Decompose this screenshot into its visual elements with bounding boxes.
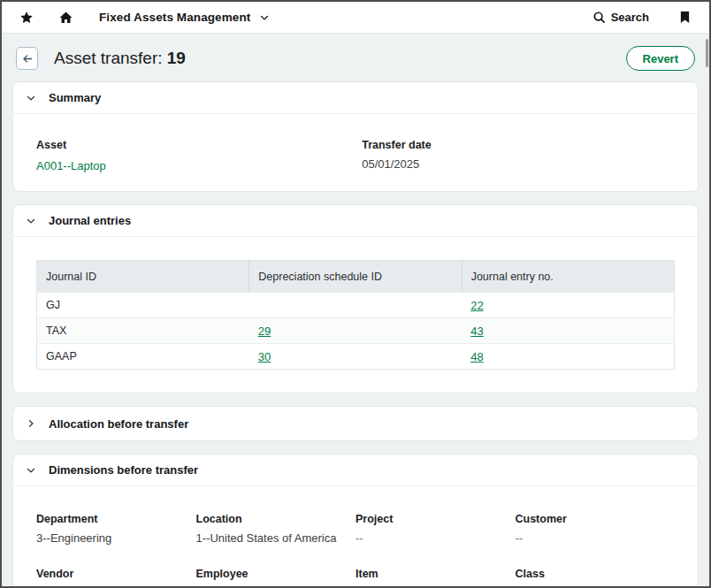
page-content: Asset transfer: 19 Revert Summary Asset … (2, 34, 709, 588)
dimensions-section-header[interactable]: Dimensions before transfer (13, 454, 698, 485)
home-icon[interactable] (53, 5, 78, 30)
app-window: Fixed Assets Management Search Asset tra… (0, 0, 711, 588)
top-navigation-bar: Fixed Assets Management Search (2, 2, 709, 34)
journal-entry-link[interactable]: 22 (470, 299, 483, 312)
customer-label: Customer (516, 513, 676, 525)
dep-schedule-link[interactable]: 30 (258, 350, 271, 363)
dep-schedule-cell: 30 (249, 344, 462, 370)
journal-id-cell: GJ (37, 293, 249, 318)
dimensions-section: Dimensions before transfer Department 3-… (12, 454, 699, 588)
transfer-date-field: Transfer date 05/01/2025 (362, 139, 675, 173)
employee-field: Employee 2345--Johnson (196, 568, 356, 588)
dep-schedule-cell (249, 293, 462, 318)
search-label: Search (611, 11, 649, 24)
journal-id-cell: TAX (37, 318, 249, 344)
project-value: -- (356, 531, 516, 545)
dep-schedule-link[interactable]: 29 (258, 325, 271, 338)
location-label: Location (196, 513, 356, 525)
dimensions-body: Department 3--Engineering Location 1--Un… (13, 486, 698, 588)
journal-entries-body: Journal ID Depreciation schedule ID Jour… (13, 237, 698, 393)
dep-schedule-cell: 29 (249, 318, 462, 344)
department-field: Department 3--Engineering (36, 513, 196, 568)
chevron-right-icon (26, 418, 36, 429)
chevron-down-icon (26, 216, 36, 226)
customer-value: -- (516, 531, 676, 545)
transfer-date-label: Transfer date (362, 139, 675, 151)
vendor-field: Vendor -- (36, 568, 196, 588)
arrow-left-icon (21, 53, 34, 65)
asset-label: Asset (36, 139, 362, 151)
journal-entries-section: Journal entries Journal ID Depreciation … (12, 204, 699, 393)
column-header-journal-entry-no[interactable]: Journal entry no. (462, 261, 674, 293)
customer-field: Customer -- (516, 513, 676, 568)
bookmark-icon[interactable] (672, 5, 697, 30)
app-switcher-menu[interactable]: Fixed Assets Management (99, 11, 270, 24)
journal-entry-link[interactable]: 43 (470, 325, 483, 338)
chevron-down-icon (259, 12, 270, 23)
column-header-journal-id[interactable]: Journal ID (37, 261, 249, 293)
department-label: Department (36, 513, 196, 525)
table-header-row: Journal ID Depreciation schedule ID Jour… (37, 261, 675, 293)
location-value: 1--United States of America (196, 531, 356, 545)
app-menu-label: Fixed Assets Management (99, 11, 250, 24)
journal-entries-table: Journal ID Depreciation schedule ID Jour… (36, 260, 675, 370)
vertical-scrollbar[interactable] (706, 39, 708, 67)
employee-label: Employee (196, 568, 356, 580)
column-header-depreciation-schedule-id[interactable]: Depreciation schedule ID (249, 261, 462, 293)
class-field: Class -- (516, 568, 676, 588)
page-title: Asset transfer: 19 (54, 49, 186, 68)
summary-body: Asset A001--Laptop Transfer date 05/01/2… (13, 114, 698, 191)
journal-entry-cell: 48 (462, 344, 674, 370)
back-button[interactable] (16, 47, 38, 70)
project-label: Project (356, 513, 516, 525)
summary-section-title: Summary (49, 91, 101, 104)
asset-field: Asset A001--Laptop (36, 139, 362, 173)
table-row: GAAP 30 48 (37, 344, 675, 370)
allocation-section-title: Allocation before transfer (49, 417, 188, 431)
table-row: GJ 22 (37, 293, 675, 318)
record-id: 19 (167, 49, 186, 67)
search-icon (592, 11, 606, 24)
star-icon[interactable] (14, 5, 39, 30)
journal-entry-cell: 22 (462, 293, 674, 318)
vendor-label: Vendor (36, 568, 196, 580)
chevron-down-icon (26, 465, 36, 476)
asset-value-link[interactable]: A001--Laptop (36, 159, 106, 172)
allocation-section: Allocation before transfer (12, 406, 699, 441)
summary-section: Summary Asset A001--Laptop Transfer date… (12, 81, 699, 192)
location-field: Location 1--United States of America (196, 513, 356, 568)
search-button[interactable]: Search (592, 11, 649, 24)
journal-entries-section-title: Journal entries (49, 214, 131, 227)
journal-entry-cell: 43 (462, 318, 674, 344)
project-field: Project -- (356, 513, 516, 568)
transfer-date-value: 05/01/2025 (362, 157, 675, 171)
journal-entry-link[interactable]: 48 (470, 350, 483, 363)
item-label: Item (356, 568, 516, 580)
table-row: TAX 29 43 (37, 318, 675, 344)
item-field: Item -- (356, 568, 516, 588)
allocation-section-header[interactable]: Allocation before transfer (13, 407, 698, 440)
summary-section-header[interactable]: Summary (13, 82, 698, 113)
journal-id-cell: GAAP (37, 344, 249, 370)
journal-entries-section-header[interactable]: Journal entries (13, 205, 698, 236)
department-value: 3--Engineering (36, 531, 196, 545)
class-label: Class (516, 568, 676, 580)
dimensions-section-title: Dimensions before transfer (49, 463, 198, 477)
page-header: Asset transfer: 19 Revert (16, 41, 695, 76)
revert-button[interactable]: Revert (626, 46, 695, 71)
chevron-down-icon (26, 93, 36, 103)
